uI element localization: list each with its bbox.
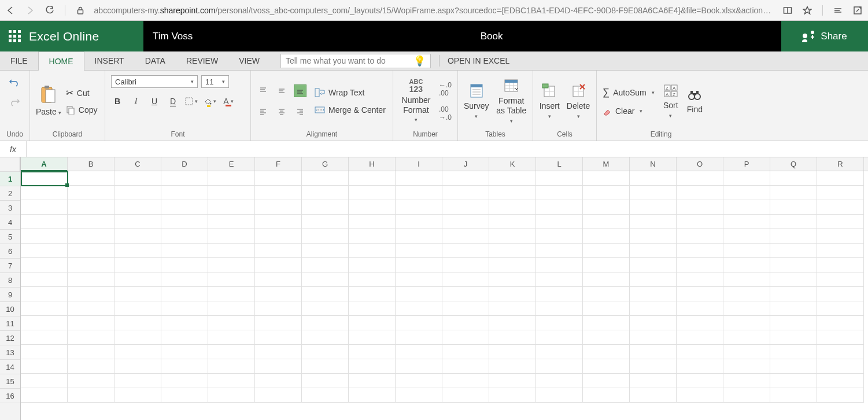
cell[interactable] (770, 229, 817, 244)
cell[interactable] (723, 215, 770, 229)
cell[interactable] (630, 345, 677, 359)
cell[interactable] (208, 186, 255, 200)
cell[interactable] (114, 388, 161, 403)
cell[interactable] (489, 388, 536, 403)
cell[interactable] (536, 200, 583, 215)
cell[interactable] (677, 374, 723, 388)
cell[interactable] (536, 229, 583, 244)
back-icon[interactable] (6, 6, 15, 15)
cell[interactable] (68, 229, 114, 244)
delete-cells-button[interactable]: Delete ▾ (567, 83, 590, 120)
cell[interactable] (677, 215, 723, 229)
cell[interactable] (723, 200, 770, 215)
cell[interactable] (114, 229, 161, 244)
cell[interactable] (723, 301, 770, 316)
cell[interactable] (349, 229, 396, 244)
cell[interactable] (489, 345, 536, 359)
column-header[interactable]: P (723, 157, 770, 171)
cell[interactable] (396, 186, 442, 200)
hub-icon[interactable] (833, 6, 843, 15)
cell[interactable] (723, 359, 770, 374)
cell[interactable] (255, 374, 302, 388)
cell[interactable] (302, 388, 349, 403)
cell[interactable] (677, 186, 723, 200)
cell[interactable] (536, 287, 583, 301)
column-header[interactable]: F (255, 157, 302, 171)
cell[interactable] (161, 316, 208, 330)
cell[interactable] (583, 171, 630, 186)
cell[interactable] (442, 258, 489, 272)
cell[interactable] (208, 258, 255, 272)
cell[interactable] (68, 200, 114, 215)
cell[interactable] (630, 272, 677, 287)
cell[interactable] (114, 171, 161, 186)
cell[interactable] (770, 200, 817, 215)
borders-button[interactable] (185, 95, 198, 108)
cell[interactable] (21, 186, 68, 200)
column-header[interactable]: R (817, 157, 864, 171)
cell[interactable] (349, 244, 396, 258)
cell[interactable] (677, 171, 723, 186)
column-header[interactable]: H (349, 157, 396, 171)
row-header[interactable]: 7 (0, 259, 20, 273)
column-header[interactable]: M (583, 157, 630, 171)
cell[interactable] (302, 287, 349, 301)
cell[interactable] (349, 316, 396, 330)
cell[interactable] (396, 345, 442, 359)
cell[interactable] (677, 258, 723, 272)
cell[interactable] (442, 316, 489, 330)
cell[interactable] (817, 301, 864, 316)
cell[interactable] (161, 171, 208, 186)
cell[interactable] (114, 359, 161, 374)
cell[interactable] (349, 388, 396, 403)
fx-label[interactable]: fx (0, 141, 27, 157)
reading-view-icon[interactable] (783, 6, 792, 15)
cell[interactable] (770, 215, 817, 229)
row-header[interactable]: 6 (0, 244, 20, 259)
cell[interactable] (396, 244, 442, 258)
cell[interactable] (677, 287, 723, 301)
cell[interactable] (208, 374, 255, 388)
cell[interactable] (349, 272, 396, 287)
cell[interactable] (723, 272, 770, 287)
cell[interactable] (396, 287, 442, 301)
cell[interactable] (114, 272, 161, 287)
cell[interactable] (21, 359, 68, 374)
cell[interactable] (21, 345, 68, 359)
cell[interactable] (770, 287, 817, 301)
cell[interactable] (817, 186, 864, 200)
cell[interactable] (161, 200, 208, 215)
cell[interactable] (114, 186, 161, 200)
cell[interactable] (255, 258, 302, 272)
bold-button[interactable]: B (111, 95, 124, 108)
cell[interactable] (255, 171, 302, 186)
favorite-icon[interactable] (803, 6, 812, 15)
cell[interactable] (21, 374, 68, 388)
cell[interactable] (536, 215, 583, 229)
cell[interactable] (630, 374, 677, 388)
cell[interactable] (349, 374, 396, 388)
cell[interactable] (208, 200, 255, 215)
cell[interactable] (255, 388, 302, 403)
cell[interactable] (630, 316, 677, 330)
cell[interactable] (302, 215, 349, 229)
row-header[interactable]: 11 (0, 316, 20, 331)
double-underline-button[interactable]: D (167, 95, 179, 108)
cell[interactable] (536, 301, 583, 316)
cell[interactable] (255, 200, 302, 215)
cell[interactable] (723, 374, 770, 388)
cell[interactable] (817, 229, 864, 244)
fill-color-button[interactable] (204, 95, 216, 108)
cells-grid[interactable] (21, 171, 868, 403)
cell[interactable] (817, 374, 864, 388)
cell[interactable] (208, 345, 255, 359)
cell[interactable] (770, 388, 817, 403)
cell[interactable] (21, 287, 68, 301)
cell[interactable] (677, 272, 723, 287)
cell[interactable] (489, 244, 536, 258)
cell[interactable] (723, 345, 770, 359)
row-header[interactable]: 1 (0, 172, 20, 186)
column-header[interactable]: K (489, 157, 536, 171)
cell[interactable] (536, 345, 583, 359)
cell[interactable] (583, 215, 630, 229)
